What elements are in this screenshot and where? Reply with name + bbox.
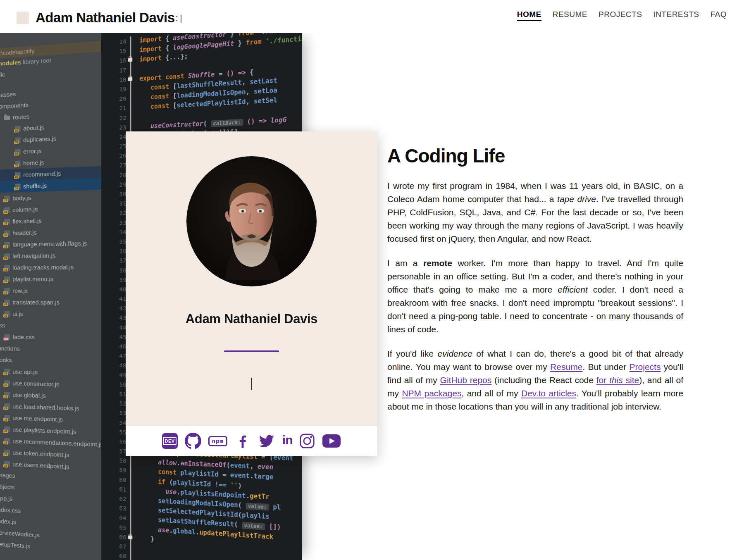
tree-item-playlist-menu-js[interactable]: playlist.menu.js	[0, 273, 101, 285]
twitter-icon	[258, 434, 275, 448]
line-number: 16	[101, 56, 126, 67]
tree-item-translated-span-js[interactable]: translated.span.js	[0, 296, 101, 308]
code-token: const	[150, 102, 169, 110]
line-number: 23	[101, 123, 126, 133]
card-divider	[224, 350, 279, 352]
line-number: 59	[101, 465, 126, 476]
tree-item-ui-js[interactable]: ui.js	[0, 308, 101, 320]
code-token	[139, 458, 158, 466]
code-token	[227, 481, 230, 489]
js-file-icon	[4, 207, 10, 213]
nav-home[interactable]: HOME	[517, 10, 541, 21]
nav-interests[interactable]: INTERESTS	[653, 10, 699, 19]
link-dev-to-articles[interactable]: Dev.to articles	[521, 388, 576, 398]
line-number: 31	[101, 199, 126, 209]
line-number: 20	[101, 94, 126, 105]
tree-item-loading-tracks-modal-js[interactable]: loading.tracks.modal.js	[0, 261, 101, 274]
code-token: (	[203, 119, 211, 127]
instagram-icon	[299, 433, 315, 449]
code-token	[139, 103, 150, 111]
code-token: ,	[246, 98, 254, 105]
github-icon-link[interactable]	[185, 433, 201, 449]
link-site[interactable]: site	[623, 375, 639, 385]
tree-item-label: home.js	[23, 157, 44, 169]
link-github-repos[interactable]: GitHub repos	[440, 375, 492, 385]
js-file-icon	[4, 426, 10, 432]
line-number: 55	[101, 427, 126, 437]
npm-icon-link[interactable]: npm	[208, 436, 227, 446]
code-token: targe	[254, 472, 274, 481]
github-icon	[185, 433, 201, 449]
code-token: .	[169, 527, 173, 534]
tree-item-hooks[interactable]: hooks	[0, 354, 101, 367]
code-token	[139, 515, 158, 524]
main-content: A Coding Life I wrote my first program i…	[387, 145, 683, 424]
line-number: 42	[101, 304, 126, 313]
main-nav: HOMERESUMEPROJECTSINTERESTSFAQ	[517, 10, 727, 21]
node-modules-label: de_modules	[0, 59, 21, 68]
tree-item-fade-css[interactable]: fade.css	[0, 331, 101, 343]
profile-photo	[186, 156, 317, 286]
js-file-icon	[4, 276, 10, 282]
line-number: 29	[101, 180, 126, 190]
code-token	[265, 522, 269, 530]
line-number: 60	[101, 474, 126, 485]
line-number: 30	[101, 189, 126, 200]
link-resume[interactable]: Resume	[550, 362, 582, 372]
tree-item-label: column.js	[12, 203, 38, 216]
devto-icon-link[interactable]: DEV	[162, 433, 178, 449]
code-token: anInstanceOf	[181, 460, 227, 469]
link-npm-packages[interactable]: NPM packages	[402, 388, 461, 398]
tree-item-label: fade.css	[12, 331, 35, 343]
code-token: logG	[271, 116, 286, 124]
code-token: {	[162, 44, 173, 52]
page: yC:\code\spotify de_modules library root…	[0, 0, 737, 560]
line-number: 48	[101, 361, 126, 371]
code-token: import	[139, 35, 162, 44]
nav-projects[interactable]: PROJECTS	[599, 10, 642, 19]
js-file-icon	[4, 253, 10, 259]
js-file-icon	[15, 160, 21, 166]
social-bar: DEVnpmin	[126, 426, 377, 456]
profile-card: Adam Nathaniel Davis DEVnpmin	[126, 131, 377, 456]
line-number: 45	[101, 332, 126, 342]
nav-resume[interactable]: RESUME	[553, 10, 587, 19]
tree-item-label: left.navigation.js	[12, 250, 55, 262]
tree-item-language-menu-with-flags-js[interactable]: language.menu.with.flags.js	[0, 237, 101, 251]
line-number: 47	[101, 351, 126, 361]
nav-faq[interactable]: FAQ	[710, 10, 727, 19]
code-token: }	[139, 534, 154, 543]
tree-item-functions[interactable]: functions	[0, 342, 101, 355]
tree-item-label: about.js	[23, 122, 44, 134]
twitter-icon-link[interactable]	[258, 434, 275, 448]
link-projects[interactable]: Projects	[630, 362, 661, 372]
code-token: const	[158, 468, 176, 477]
facebook-icon-link[interactable]	[234, 433, 251, 449]
code-token	[267, 117, 271, 124]
fold-marker-icon[interactable]	[128, 58, 132, 62]
tree-item-left-navigation-js[interactable]: left.navigation.js	[0, 249, 101, 262]
line-number: 28	[101, 170, 126, 181]
typing-cursor	[181, 15, 181, 23]
js-file-icon	[15, 183, 21, 189]
tree-item-row-js[interactable]: row.js	[0, 284, 101, 296]
site-title-colon: :	[176, 13, 178, 23]
fold-marker-icon[interactable]	[128, 77, 132, 81]
code-token: (	[165, 478, 173, 486]
tree-item-css[interactable]: css	[0, 319, 101, 332]
tree-item-label: blic	[0, 69, 5, 81]
linkedin-icon-link[interactable]: in	[282, 435, 293, 447]
code-token: }	[227, 33, 238, 38]
code-token: [])	[269, 523, 281, 531]
code-token: .	[176, 460, 180, 467]
instagram-icon-link[interactable]	[299, 433, 315, 449]
code-token: .	[196, 528, 199, 536]
bio-paragraphs: I wrote my first program in 1984, when I…	[387, 179, 683, 413]
code-token	[139, 93, 150, 101]
js-file-icon	[4, 369, 10, 374]
code-token: (	[234, 521, 242, 529]
fold-marker-icon[interactable]	[128, 536, 132, 540]
youtube-icon-link[interactable]	[322, 434, 341, 448]
link-this[interactable]: this	[609, 375, 623, 385]
link-for[interactable]: for	[596, 375, 609, 385]
